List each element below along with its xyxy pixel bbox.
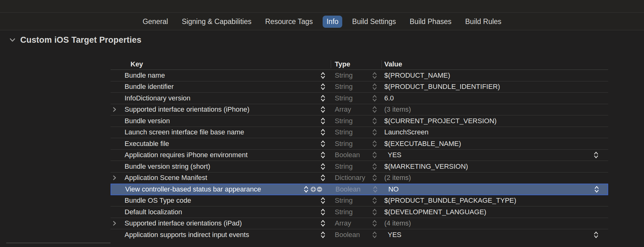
table-row[interactable]: Launch screen interface file base name S… — [111, 127, 608, 138]
row-value[interactable]: 6.0 — [384, 94, 394, 102]
tab-build-phases[interactable]: Build Phases — [410, 17, 452, 26]
row-value[interactable]: $(EXECUTABLE_NAME) — [384, 140, 461, 148]
table-row[interactable]: Bundle version String $(CURRENT_PROJECT_… — [111, 115, 608, 127]
row-type[interactable]: String — [335, 162, 353, 171]
section-collapse-chevron-down-icon[interactable] — [9, 38, 16, 42]
key-stepper-icon[interactable] — [320, 162, 325, 171]
row-type[interactable]: Boolean — [335, 151, 360, 159]
table-row[interactable]: Executable file String $(EXECUTABLE_NAME… — [111, 138, 608, 150]
row-type[interactable]: String — [335, 208, 353, 216]
key-stepper-icon[interactable] — [320, 151, 325, 159]
row-key[interactable]: Bundle version string (short) — [125, 162, 210, 171]
key-stepper-icon[interactable] — [320, 196, 325, 205]
row-key[interactable]: Bundle identifier — [125, 83, 174, 91]
type-stepper-icon[interactable] — [372, 117, 377, 125]
row-value[interactable]: $(CURRENT_PROJECT_VERSION) — [384, 117, 497, 125]
tab-resource-tags[interactable]: Resource Tags — [265, 17, 313, 26]
row-value[interactable]: LaunchScreen — [384, 128, 429, 136]
row-key[interactable]: Supported interface orientations (iPhone… — [125, 105, 249, 114]
row-key[interactable]: Application Scene Manifest — [125, 174, 207, 182]
key-stepper-icon[interactable] — [320, 128, 325, 137]
row-key[interactable]: Bundle name — [125, 71, 165, 80]
key-stepper-icon[interactable] — [320, 71, 325, 80]
tab-signing-capabilities[interactable]: Signing & Capabilities — [182, 17, 252, 26]
value-popup-stepper-icon[interactable] — [594, 185, 599, 194]
value-popup-stepper-icon[interactable] — [594, 231, 599, 239]
disclosure-chevron-icon[interactable] — [112, 220, 116, 227]
row-key[interactable]: Bundle OS Type code — [125, 196, 191, 205]
table-row[interactable]: View controller-based status bar appeara… — [111, 184, 608, 195]
key-stepper-icon[interactable] — [320, 174, 325, 182]
row-type[interactable]: Boolean — [335, 185, 361, 193]
type-stepper-icon[interactable] — [373, 185, 378, 194]
type-stepper-icon[interactable] — [372, 105, 377, 114]
row-key[interactable]: Default localization — [125, 208, 182, 216]
row-value[interactable]: (3 items) — [384, 105, 411, 114]
type-stepper-icon[interactable] — [372, 174, 377, 182]
table-row[interactable]: Application requires iPhone environment … — [111, 150, 608, 161]
tab-build-rules[interactable]: Build Rules — [465, 17, 501, 26]
remove-row-button[interactable] — [317, 186, 322, 192]
row-type[interactable]: Array — [335, 219, 351, 227]
type-stepper-icon[interactable] — [372, 231, 377, 239]
row-key[interactable]: Application supports indirect input even… — [125, 231, 249, 239]
row-value[interactable]: YES — [388, 231, 401, 239]
row-key[interactable]: Executable file — [125, 140, 169, 148]
type-stepper-icon[interactable] — [372, 162, 377, 171]
disclosure-chevron-icon[interactable] — [112, 175, 116, 181]
row-value[interactable]: NO — [388, 185, 399, 193]
table-row[interactable]: Bundle OS Type code String $(PRODUCT_BUN… — [111, 195, 608, 207]
row-type[interactable]: String — [335, 196, 353, 205]
row-type[interactable]: String — [335, 94, 353, 102]
type-stepper-icon[interactable] — [372, 83, 377, 91]
row-value[interactable]: $(DEVELOPMENT_LANGUAGE) — [384, 208, 486, 216]
row-type[interactable]: String — [335, 71, 353, 80]
row-value[interactable]: $(MARKETING_VERSION) — [384, 162, 468, 171]
row-value[interactable]: (4 items) — [384, 219, 411, 227]
key-stepper-icon[interactable] — [320, 139, 325, 148]
table-row[interactable]: Application supports indirect input even… — [111, 229, 608, 241]
table-row[interactable]: Supported interface orientations (iPad) … — [111, 218, 608, 230]
row-value[interactable]: YES — [388, 151, 401, 159]
type-stepper-icon[interactable] — [372, 151, 377, 159]
type-stepper-icon[interactable] — [372, 196, 377, 205]
tab-info[interactable]: Info — [323, 16, 342, 28]
table-row[interactable]: Bundle version string (short) String $(M… — [111, 161, 608, 172]
type-stepper-icon[interactable] — [372, 71, 377, 80]
tab-general[interactable]: General — [143, 17, 168, 26]
tab-build-settings[interactable]: Build Settings — [352, 17, 396, 26]
type-stepper-icon[interactable] — [372, 208, 377, 216]
row-type[interactable]: String — [335, 140, 353, 148]
row-value[interactable]: (2 items) — [384, 174, 411, 182]
row-key[interactable]: InfoDictionary version — [125, 94, 191, 102]
row-key[interactable]: View controller-based status bar appeara… — [125, 185, 261, 193]
key-stepper-icon[interactable] — [320, 219, 325, 228]
table-row[interactable]: Application Scene Manifest Dictionary (2… — [111, 172, 608, 184]
row-type[interactable]: String — [335, 83, 353, 91]
row-value[interactable]: $(PRODUCT_BUNDLE_IDENTIFIER) — [384, 83, 500, 91]
row-key[interactable]: Supported interface orientations (iPad) — [125, 219, 242, 227]
row-key[interactable]: Bundle version — [125, 117, 170, 125]
row-value[interactable]: $(PRODUCT_NAME) — [384, 71, 450, 80]
key-stepper-icon[interactable] — [320, 208, 325, 216]
row-type[interactable]: Array — [335, 105, 351, 114]
table-row[interactable]: Supported interface orientations (iPhone… — [111, 104, 608, 116]
add-row-button[interactable] — [310, 186, 316, 192]
value-popup-stepper-icon[interactable] — [594, 151, 599, 159]
type-stepper-icon[interactable] — [372, 219, 377, 228]
row-type[interactable]: String — [335, 117, 353, 125]
key-stepper-icon[interactable] — [320, 231, 325, 239]
table-row[interactable]: Bundle name String $(PRODUCT_NAME) — [111, 70, 608, 81]
key-stepper-icon[interactable] — [304, 185, 309, 194]
key-stepper-icon[interactable] — [320, 105, 325, 114]
table-row[interactable]: InfoDictionary version String 6.0 — [111, 93, 608, 104]
row-type[interactable]: String — [335, 128, 353, 136]
row-type[interactable]: Boolean — [335, 231, 360, 239]
table-row[interactable]: Bundle identifier String $(PRODUCT_BUNDL… — [111, 81, 608, 93]
key-stepper-icon[interactable] — [320, 94, 325, 102]
table-row[interactable]: Default localization String $(DEVELOPMEN… — [111, 206, 608, 218]
type-stepper-icon[interactable] — [372, 94, 377, 102]
row-value[interactable]: $(PRODUCT_BUNDLE_PACKAGE_TYPE) — [384, 196, 516, 205]
type-stepper-icon[interactable] — [372, 139, 377, 148]
type-stepper-icon[interactable] — [372, 128, 377, 137]
